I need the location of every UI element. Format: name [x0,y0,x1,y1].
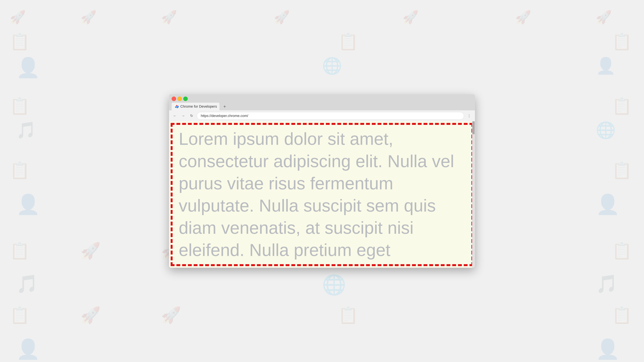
deco-html-icon: 📋 [612,32,632,51]
address-bar[interactable]: https://developer.chrome.com/ [197,112,464,120]
scrollbar-thumb[interactable] [472,121,475,134]
browser-menu-button[interactable]: ⋮ [466,113,472,119]
deco-icon: 🚀 [80,10,96,25]
deco-music-icon3: 🎵 [596,274,618,294]
deco-icon: 🚀 [161,10,177,25]
deco-icon: 🚀 [402,10,418,25]
deco-html-icon: 📋 [10,32,30,51]
deco-html-icon5c: 📋 [612,306,632,325]
scrollbar[interactable] [472,121,475,268]
deco-rocket-icon2: 🚀 [80,241,100,260]
minimize-button[interactable] [178,96,182,101]
deco-globe-icon: 🌐 [322,56,342,75]
deco-html-icon3: 📋 [10,161,30,180]
refresh-icon: ↻ [190,114,193,118]
refresh-button[interactable]: ↻ [188,113,195,119]
deco-html-icon2: 📋 [10,96,30,115]
title-bar: Chrome for Developers + [169,94,475,110]
deco-icon: 🚀 [596,10,612,25]
menu-icon: ⋮ [468,114,471,118]
deco-rocket-icon5: 🚀 [161,306,181,325]
forward-button[interactable]: → [180,113,186,119]
new-tab-button[interactable]: + [222,103,228,110]
maximize-button[interactable] [183,96,188,101]
tab-chrome-developers[interactable]: Chrome for Developers [172,103,220,110]
deco-html-icon2: 📋 [612,96,632,115]
deco-person-icon3: 👤 [16,193,40,216]
deco-person-icon: 👤 [16,56,40,79]
deco-music-icon2: 🎵 [16,274,38,294]
webpage-content: Lorem ipsum dolor sit amet, consectetur … [169,121,475,268]
deco-person-icon4: 👤 [596,193,620,216]
nav-bar: ← → ↻ https://developer.chrome.com/ ⋮ [169,110,475,121]
deco-globe-icon2: 🌐 [596,121,616,140]
back-icon: ← [173,114,176,118]
close-button[interactable] [172,96,176,101]
deco-icon: 🚀 [515,10,531,25]
browser-window: Chrome for Developers + ← → ↻ https://de… [169,94,475,268]
deco-icon: 🚀 [10,10,26,25]
deco-html-icon3: 📋 [612,161,632,180]
lorem-text: Lorem ipsum dolor sit amet, consectetur … [169,121,475,268]
deco-person-icon6: 👤 [596,338,620,361]
deco-html-icon5: 📋 [10,306,30,325]
svg-point-2 [176,106,177,107]
tabs-row: Chrome for Developers + [172,103,472,110]
deco-icon: 🚀 [274,10,290,25]
tab-title: Chrome for Developers [180,104,217,109]
deco-rocket-icon4: 🚀 [80,306,100,325]
window-controls [172,96,472,101]
url-text: https://developer.chrome.com/ [201,114,248,118]
forward-icon: → [182,114,185,118]
deco-html-icon5b: 📋 [338,306,358,325]
deco-music-icon: 🎵 [16,121,36,140]
deco-person-icon5: 👤 [16,338,40,361]
deco-html-icon4: 📋 [10,241,30,260]
deco-globe-icon3: 🌐 [322,274,346,296]
deco-html-icon: 📋 [338,32,358,51]
chrome-favicon [174,104,179,109]
back-button[interactable]: ← [172,113,178,119]
deco-html-icon4c: 📋 [612,241,632,260]
deco-person-icon: 👤 [596,56,616,75]
